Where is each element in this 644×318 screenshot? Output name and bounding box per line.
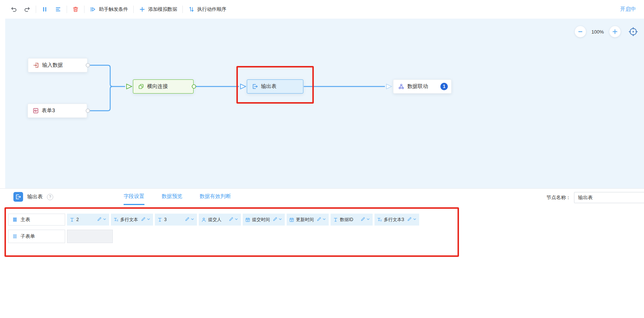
add-mock-data-label: 添加模拟数据: [148, 6, 177, 13]
multiline-field-icon: [377, 217, 382, 222]
toolbar-divider: [67, 6, 67, 13]
panel-header: 输出表 ? 字段设置 数据预览 数据有效判断 节点名称：: [0, 189, 644, 206]
bottom-panel: 输出表 ? 字段设置 数据预览 数据有效判断 节点名称： 主表: [0, 188, 644, 318]
chip-actions: [185, 217, 194, 223]
field-label: 2: [76, 217, 79, 222]
edit-icon[interactable]: [272, 217, 277, 223]
chevron-down-icon[interactable]: [413, 217, 417, 222]
chip-actions: [360, 217, 370, 223]
zoom-in-button[interactable]: [609, 26, 621, 37]
workflow-editor: 助手触发条件 添加模拟数据 执行动作顺序 开启中: [0, 0, 644, 318]
field-chip-list: 2 多行文本: [67, 214, 421, 226]
field-label: 更新时间: [296, 217, 314, 223]
assistant-trigger-label: 助手触发条件: [99, 6, 128, 13]
toolbar-divider: [182, 6, 183, 13]
play-icon: [90, 6, 96, 13]
chip-actions: [141, 217, 150, 223]
help-icon[interactable]: ?: [47, 194, 53, 200]
pulse-form-icon: [33, 108, 39, 114]
field-label: 数据ID: [340, 217, 353, 223]
field-chip[interactable]: 提交时间: [243, 214, 285, 226]
status-link[interactable]: 开启中: [620, 6, 644, 13]
connection-wires: [0, 19, 644, 188]
toolbar-divider: [133, 6, 134, 13]
tab-data-validity[interactable]: 数据有效判断: [200, 193, 231, 205]
zoom-out-button[interactable]: [575, 26, 586, 37]
edit-icon[interactable]: [229, 217, 233, 223]
count-badge: 1: [440, 83, 448, 90]
input-arrow-green: [127, 84, 132, 89]
field-settings-area: 主表 2 多行文本: [0, 206, 644, 318]
node-name-label: 节点名称：: [546, 194, 571, 201]
horizontal-lines-icon[interactable]: [55, 6, 61, 13]
text-field-icon: [333, 217, 338, 222]
vertical-bars-icon[interactable]: [41, 6, 48, 13]
chevron-down-icon[interactable]: [278, 217, 282, 222]
overlap-squares-icon: [138, 84, 144, 89]
field-chip[interactable]: 多行文本: [111, 214, 153, 226]
chevron-down-icon[interactable]: [147, 217, 150, 222]
crosshair-target-icon[interactable]: [628, 27, 638, 37]
node-form3[interactable]: 表单3: [28, 104, 87, 118]
field-chip[interactable]: 多行文本3: [374, 214, 419, 226]
toolbar-divider: [36, 6, 36, 13]
chevron-down-icon[interactable]: [366, 217, 370, 222]
edit-icon[interactable]: [141, 217, 146, 223]
edit-icon[interactable]: [407, 217, 412, 223]
undo-icon[interactable]: [10, 6, 17, 13]
chevron-down-icon[interactable]: [235, 217, 238, 222]
chip-actions: [97, 217, 106, 223]
zoom-controls: 100%: [575, 26, 638, 37]
field-chip[interactable]: 3: [155, 214, 197, 226]
field-label: 提交人: [208, 217, 221, 223]
node-output-table[interactable]: 输出表: [247, 79, 303, 94]
assistant-trigger-button[interactable]: 助手触发条件: [90, 6, 128, 13]
tab-field-settings[interactable]: 字段设置: [124, 193, 144, 205]
user-field-icon: [201, 217, 206, 222]
node-horizontal-join[interactable]: 横向连接: [133, 79, 194, 94]
tab-data-preview[interactable]: 数据预览: [162, 193, 182, 205]
main-table-row: 主表 2 多行文本: [8, 214, 421, 226]
trash-icon[interactable]: [72, 6, 79, 13]
node-input-data[interactable]: 输入数据: [28, 58, 87, 72]
field-chip[interactable]: 更新时间: [287, 214, 329, 226]
chip-actions: [316, 217, 326, 223]
field-label: 多行文本3: [384, 217, 404, 223]
date-field-icon: [289, 217, 294, 222]
flow-canvas[interactable]: 输入数据 表单3 横向连接 输出表 数据联动 1 100%: [0, 19, 644, 188]
field-chip[interactable]: 2: [67, 214, 109, 226]
linked-circles-icon: [398, 84, 404, 89]
field-chip[interactable]: 数据ID: [331, 214, 373, 226]
text-field-icon: [70, 217, 74, 222]
edit-icon[interactable]: [360, 217, 365, 223]
add-mock-data-button[interactable]: 添加模拟数据: [139, 6, 177, 13]
multiline-field-icon: [114, 217, 118, 222]
node-name-input[interactable]: [574, 192, 644, 203]
sub-table-row: 子表单: [8, 230, 113, 243]
edit-icon[interactable]: [97, 217, 102, 223]
input-arrow-blue: [240, 84, 246, 89]
chevron-down-icon[interactable]: [322, 217, 326, 222]
panel-title: 输出表: [27, 193, 43, 200]
chevron-down-icon[interactable]: [103, 217, 106, 222]
main-table-cell: 主表: [8, 214, 65, 226]
import-icon: [33, 62, 39, 68]
field-label: 提交时间: [252, 217, 270, 223]
export-icon: [252, 84, 258, 89]
node-label: 数据联动: [407, 83, 428, 90]
field-chip[interactable]: 提交人: [199, 214, 241, 226]
chip-actions: [272, 217, 282, 223]
field-label: 3: [164, 217, 167, 222]
node-label: 横向连接: [147, 83, 168, 90]
node-data-linkage[interactable]: 数据联动 1: [393, 79, 452, 94]
edit-icon[interactable]: [316, 217, 321, 223]
chevron-down-icon[interactable]: [191, 217, 194, 222]
empty-field-slot[interactable]: [67, 230, 113, 243]
panel-tabs: 字段设置 数据预览 数据有效判断: [124, 193, 231, 205]
edit-icon[interactable]: [185, 217, 189, 223]
input-arrow-pale: [386, 84, 392, 89]
action-order-button[interactable]: 执行动作顺序: [188, 6, 226, 13]
action-order-label: 执行动作顺序: [197, 6, 226, 13]
redo-icon[interactable]: [24, 6, 31, 13]
panel-title-group: 输出表 ?: [13, 192, 53, 202]
